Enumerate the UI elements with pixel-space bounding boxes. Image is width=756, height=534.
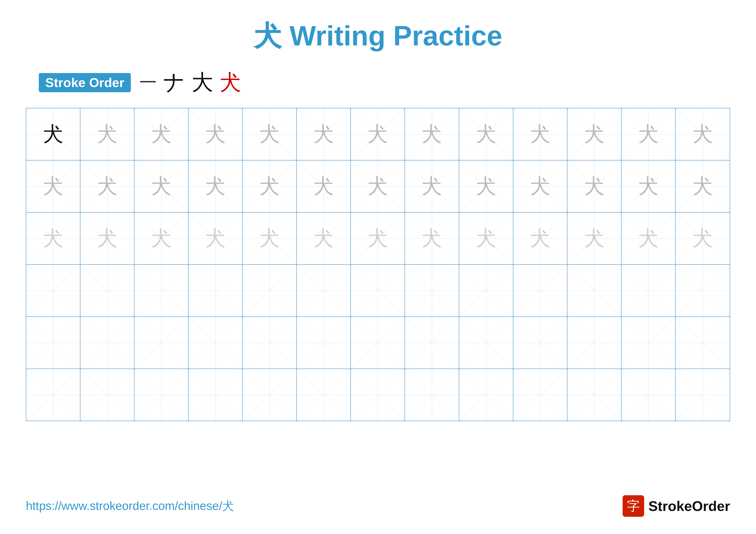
grid-cell[interactable]: 犬	[459, 213, 513, 264]
svg-line-103	[676, 265, 730, 317]
grid-cell[interactable]	[513, 265, 567, 317]
grid-cell[interactable]: 犬	[80, 161, 134, 212]
svg-line-108	[134, 317, 188, 369]
grid-cell[interactable]: 犬	[189, 213, 243, 264]
grid-cell[interactable]	[134, 265, 189, 317]
grid-cell[interactable]: 犬	[622, 213, 676, 264]
grid-cell[interactable]	[189, 369, 243, 421]
grid-cell[interactable]	[351, 369, 405, 421]
grid-cell[interactable]: 犬	[189, 161, 243, 212]
grid-cell[interactable]: 犬	[297, 161, 351, 212]
grid-cell[interactable]: 犬	[243, 213, 297, 264]
grid-cell[interactable]	[676, 317, 730, 369]
practice-char: 犬	[205, 225, 226, 252]
grid-cell[interactable]	[622, 369, 676, 421]
grid-cell[interactable]: 犬	[405, 161, 459, 212]
grid-cell[interactable]: 犬	[622, 108, 676, 160]
grid-cell[interactable]	[134, 369, 189, 421]
grid-cell[interactable]: 犬	[297, 108, 351, 160]
grid-cell[interactable]: 犬	[189, 108, 243, 160]
grid-cell[interactable]	[243, 265, 297, 317]
grid-cell[interactable]	[80, 317, 134, 369]
grid-cell[interactable]: 犬	[622, 161, 676, 212]
svg-line-146	[459, 369, 513, 421]
grid-cell[interactable]	[297, 317, 351, 369]
grid-cell[interactable]	[622, 317, 676, 369]
svg-line-107	[80, 317, 134, 369]
svg-line-95	[459, 265, 513, 317]
svg-line-142	[351, 369, 405, 421]
grid-cell[interactable]: 犬	[459, 161, 513, 212]
grid-cell[interactable]: 犬	[297, 213, 351, 264]
grid-row-2: 犬 犬 犬 犬 犬 犬 犬 犬 犬 犬 犬 犬 犬	[26, 161, 730, 213]
grid-cell[interactable]	[243, 369, 297, 421]
practice-char: 犬	[692, 225, 713, 252]
grid-cell[interactable]: 犬	[513, 161, 567, 212]
grid-cell[interactable]: 犬	[351, 108, 405, 160]
grid-cell[interactable]	[676, 265, 730, 317]
grid-cell[interactable]	[80, 369, 134, 421]
grid-cell[interactable]: 犬	[405, 213, 459, 264]
grid-cell[interactable]	[189, 317, 243, 369]
svg-line-134	[134, 369, 188, 421]
grid-row-6	[26, 369, 730, 421]
svg-line-113	[243, 317, 296, 369]
grid-cell[interactable]: 犬	[26, 161, 80, 212]
grid-cell[interactable]	[405, 369, 459, 421]
grid-cell[interactable]: 犬	[134, 213, 189, 264]
grid-cell[interactable]	[513, 369, 567, 421]
grid-cell[interactable]: 犬	[676, 213, 730, 264]
grid-cell[interactable]	[459, 369, 513, 421]
practice-char: 犬	[97, 120, 118, 148]
svg-line-141	[297, 369, 350, 421]
grid-cell[interactable]: 犬	[676, 108, 730, 160]
grid-cell[interactable]	[80, 265, 134, 317]
grid-cell[interactable]: 犬	[80, 108, 134, 160]
grid-cell[interactable]	[622, 265, 676, 317]
stroke-1: ナ	[163, 68, 185, 97]
grid-cell[interactable]: 犬	[567, 161, 622, 212]
grid-cell[interactable]: 犬	[26, 213, 80, 264]
grid-cell[interactable]: 犬	[459, 108, 513, 160]
grid-cell[interactable]	[243, 317, 297, 369]
grid-cell[interactable]	[405, 265, 459, 317]
svg-line-137	[189, 369, 242, 421]
grid-cell[interactable]	[297, 369, 351, 421]
grid-cell[interactable]: 犬	[513, 213, 567, 264]
grid-cell[interactable]: 犬	[351, 213, 405, 264]
grid-cell[interactable]	[351, 317, 405, 369]
grid-cell[interactable]: 犬	[513, 108, 567, 160]
grid-cell[interactable]: 犬	[567, 213, 622, 264]
grid-cell[interactable]: 犬	[134, 161, 189, 212]
grid-cell[interactable]	[351, 265, 405, 317]
grid-cell[interactable]: 犬	[567, 108, 622, 160]
grid-cell[interactable]	[676, 369, 730, 421]
practice-char: 犬	[313, 225, 334, 252]
grid-cell[interactable]	[459, 317, 513, 369]
svg-line-101	[622, 265, 675, 317]
practice-char: 犬	[421, 225, 442, 252]
grid-cell[interactable]	[459, 265, 513, 317]
grid-cell[interactable]	[405, 317, 459, 369]
grid-cell[interactable]	[297, 265, 351, 317]
grid-cell[interactable]	[189, 265, 243, 317]
grid-cell[interactable]: 犬	[243, 161, 297, 212]
grid-cell[interactable]	[26, 317, 80, 369]
grid-cell[interactable]: 犬	[26, 108, 80, 160]
footer-url[interactable]: https://www.strokeorder.com/chinese/犬	[26, 498, 234, 514]
grid-cell[interactable]	[26, 369, 80, 421]
grid-cell[interactable]: 犬	[676, 161, 730, 212]
grid-cell[interactable]	[26, 265, 80, 317]
grid-cell[interactable]	[567, 369, 622, 421]
grid-cell[interactable]: 犬	[405, 108, 459, 160]
grid-cell[interactable]: 犬	[80, 213, 134, 264]
grid-cell[interactable]: 犬	[243, 108, 297, 160]
stroke-sequence: 一 ナ 大 犬	[139, 68, 241, 97]
grid-cell[interactable]	[134, 317, 189, 369]
grid-cell[interactable]	[567, 265, 622, 317]
grid-cell[interactable]	[513, 317, 567, 369]
grid-cell[interactable]: 犬	[134, 108, 189, 160]
grid-cell[interactable]	[567, 317, 622, 369]
svg-line-136	[189, 369, 242, 421]
grid-cell[interactable]: 犬	[351, 161, 405, 212]
